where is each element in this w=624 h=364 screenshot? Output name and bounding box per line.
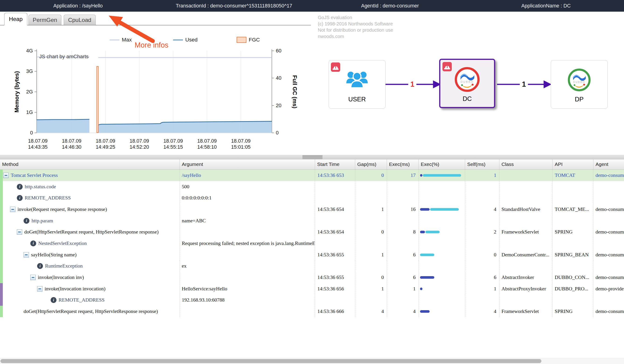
self-cell [465,181,499,192]
method-label: REMOTE_ADDRESS [59,297,104,303]
collapse-icon[interactable] [24,252,29,257]
column-header-exec-pct[interactable]: Exec(%) [419,159,465,169]
tree-row[interactable]: Tomcat Servlet Process/sayHello14:53:36 … [0,170,624,181]
class-cell [499,261,553,272]
splitter-handle[interactable] [302,155,322,159]
tree-row[interactable]: ihttp.status.code500 [0,181,624,192]
exec-cell [387,238,419,249]
column-header-start-time[interactable]: Start Time [315,159,355,169]
y-tick-right: 40 [276,75,282,81]
legend-item-fgc[interactable]: FGC [237,37,260,43]
legend-item-used[interactable]: Used [173,37,198,43]
agent-color-stripe [0,226,3,238]
argument-cell: 192.168.93.10:60788 [180,295,315,306]
max-series-line [37,57,272,58]
api-cell [553,295,594,306]
tab-heap[interactable]: Heap [4,13,27,25]
agent-cell: demo-provider [594,283,624,295]
gap-cell: 1 [355,249,387,261]
agent-cell: demo-consumer [594,272,624,283]
start-time-cell [315,295,355,306]
exec-percent-cell [419,272,465,283]
tree-row[interactable]: iREMOTE_ADDRESS192.168.93.10:60788 [0,295,624,306]
column-header-exec[interactable]: Exec(ms) [387,159,419,169]
tree-row[interactable]: iRuntimeExceptionex [0,261,624,272]
self-time-bar [420,231,425,233]
node-dp[interactable]: DUBBO DP [551,60,608,109]
collapse-icon[interactable] [30,275,36,280]
transaction-detail-page: Application : /sayHello TransactionId : … [0,0,624,364]
exec-cell: 1 [387,283,419,295]
tree-row[interactable]: invoke(Request request, Response respons… [0,204,624,215]
start-time-cell [315,215,355,227]
collapse-icon[interactable] [17,229,22,235]
horizontal-scrollbar-thumb[interactable] [0,359,541,363]
legend-item-max[interactable]: Max [110,37,132,43]
y-tick-left: 3G [26,68,33,74]
server-map-panel: GoJS evaluation (c) 1998-2016 Northwoods… [310,12,624,155]
used-series-line [37,119,89,120]
node-label: DP [575,96,584,103]
tree-row[interactable]: iREMOTE_ADDRESS0:0:0:0:0:0:0:1 [0,192,624,204]
legend-label: Used [185,37,198,43]
api-cell [553,192,594,204]
call-tree-header: Method Argument Start Time Gap(ms) Exec(… [0,159,624,170]
agent-cell [594,192,624,204]
method-label: Tomcat Servlet Process [11,172,58,178]
method-cell: invoke(Invocation inv) [0,272,180,283]
y-tick-right: 60 [276,48,282,54]
x-axis-label: 18.07.0914:43:35 [28,138,48,150]
gap-cell [355,295,387,306]
agent-color-stripe [0,204,3,215]
y-tick-left: 4G [26,48,33,54]
watermark-line: Not for distribution or production use [318,27,393,33]
column-header-agent[interactable]: Agent [594,159,624,169]
max-line-swatch [110,40,120,40]
column-header-self[interactable]: Self(ms) [465,159,499,169]
self-cell: 4 [465,204,499,215]
agent-cell: demo-consumer [594,170,624,181]
exec-percent-cell [419,204,465,215]
tab-permgen[interactable]: PermGen [28,15,61,25]
gridlines [38,51,241,133]
info-icon: i [30,241,36,246]
tree-row[interactable]: invoke(Invocation inv)14:53:36 655066Abs… [0,272,624,283]
info-icon: i [24,218,29,224]
x-axis-label: 18.07.0915:01:05 [231,138,251,150]
column-header-class[interactable]: Class [499,159,553,169]
exec-cell: 6 [387,272,419,283]
method-label: sayHello(String name) [31,252,77,258]
node-dc[interactable]: DUBBO DC [439,59,495,108]
column-header-method[interactable]: Method [0,159,180,169]
tree-row[interactable]: ihttp.paramname=ABC [0,215,624,227]
method-cell: iREMOTE_ADDRESS [0,295,180,306]
y-tick-left: 0 [30,130,33,136]
tree-row[interactable]: doGet(HttpServletRequest request, HttpSe… [0,306,624,317]
column-header-gap[interactable]: Gap(ms) [355,159,387,169]
link-call-count: 1 [520,80,528,89]
legend-label: Max [122,37,132,43]
self-cell [465,192,499,204]
self-cell [465,261,499,272]
tree-row[interactable]: doGet(HttpServletRequest request, HttpSe… [0,226,624,238]
tree-row[interactable]: iNestedServletExceptionRequest processin… [0,238,624,249]
tree-row[interactable]: sayHello(String name)14:53:36 655160Demo… [0,249,624,261]
collapse-icon[interactable] [37,286,43,292]
exec-percent-cell [419,181,465,192]
application-label: Application : /sayHello [0,3,156,9]
tab-cpuload[interactable]: CpuLoad [64,15,96,25]
column-header-argument[interactable]: Argument [180,159,315,169]
column-header-api[interactable]: API [553,159,594,169]
transaction-info-bar: Application : /sayHello TransactionId : … [0,0,624,12]
agent-cell [594,238,624,249]
tree-row[interactable]: invoke(Invocation invocation)HelloServic… [0,283,624,295]
right-axis [272,49,274,133]
argument-cell: Request processing failed; nested except… [180,238,315,249]
collapse-icon[interactable] [10,207,15,212]
left-axis-title: Memory (bytes) [14,71,20,112]
more-infos-annotation: More infos [135,41,168,49]
collapse-icon[interactable] [3,173,9,178]
api-cell: TOMCAT_ME... [553,204,594,215]
class-cell: FrameworkServlet [499,306,553,317]
node-user[interactable]: USER [329,60,386,109]
